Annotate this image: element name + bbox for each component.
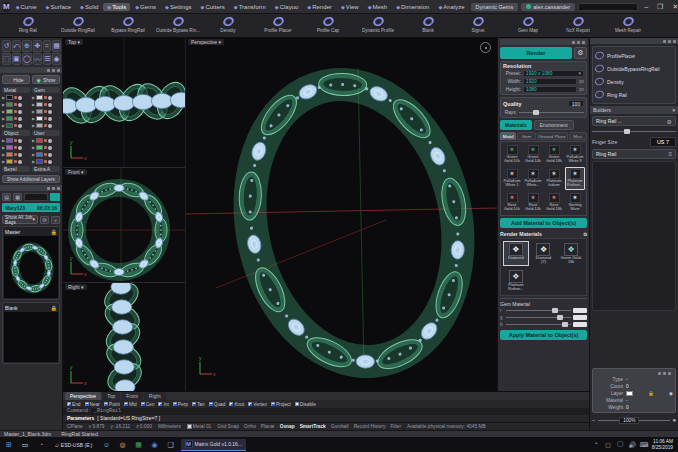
- status-toggle-record-history[interactable]: Record History: [354, 424, 386, 429]
- layer-color-swatch[interactable]: [6, 123, 13, 128]
- visibility-eye-icon[interactable]: [48, 160, 52, 164]
- layer-row[interactable]: ▶: [2, 101, 30, 108]
- status-toggle-planar[interactable]: Planar: [261, 424, 275, 429]
- layer-color-swatch[interactable]: [6, 138, 13, 143]
- expand-arrow-icon[interactable]: ▶: [32, 109, 35, 114]
- metal-material-palladium-white-9[interactable]: ✶Palladium White 9: [565, 143, 585, 166]
- osnap-project[interactable]: Project: [271, 402, 291, 407]
- tray-expand-icon[interactable]: ⌃: [592, 439, 601, 450]
- visibility-eye-icon[interactable]: [18, 139, 22, 143]
- add-material-button[interactable]: Add Material to Object(s): [500, 218, 587, 228]
- jobbag-filter-dropdown[interactable]: Show All Job Bags▾: [2, 215, 38, 224]
- osnap-checkbox[interactable]: [67, 402, 71, 406]
- visibility-eye-icon[interactable]: [48, 117, 52, 121]
- lock-icon[interactable]: [14, 139, 17, 142]
- layer-row[interactable]: ▶: [2, 108, 30, 115]
- job-timer[interactable]: Mary123 00:23:16: [2, 203, 60, 212]
- expand-arrow-icon[interactable]: ▶: [32, 145, 35, 150]
- toolbar-item-profile-cap[interactable]: Profile Cap: [304, 16, 352, 33]
- jobbag-add-icon[interactable]: ＋: [51, 216, 60, 224]
- metal-material-rose-gold-14k[interactable]: ✶Rose Gold-14k: [523, 191, 543, 214]
- finger-size-value[interactable]: US 7: [650, 137, 676, 147]
- visibility-eye-icon[interactable]: [18, 110, 22, 114]
- osnap-cen[interactable]: Cen: [141, 402, 155, 407]
- layer-row[interactable]: ▶: [32, 108, 60, 115]
- render-material-diamond[interactable]: ❖Diamond: [503, 241, 529, 266]
- render-settings-gear-icon[interactable]: ⚙: [574, 47, 587, 59]
- rays-slider[interactable]: [519, 109, 584, 116]
- gem-material-slider[interactable]: [506, 314, 571, 321]
- tab-materials[interactable]: Materials: [500, 120, 532, 130]
- tray-display-icon[interactable]: 🖵: [616, 439, 625, 450]
- palette-tool-icon-1[interactable]: ⤺: [12, 40, 21, 52]
- history-item-profileplacer[interactable]: ProfilePlacer: [595, 49, 673, 62]
- gear-icon[interactable]: ⚙: [667, 118, 672, 125]
- layer-color-swatch[interactable]: [6, 145, 13, 150]
- layer-row[interactable]: ▶: [2, 151, 30, 158]
- osnap-int[interactable]: Int: [158, 402, 168, 407]
- zoom-out-icon[interactable]: −: [592, 417, 596, 423]
- lock-icon[interactable]: 🔒: [51, 229, 57, 235]
- viewport-perspective[interactable]: Perspective ▾ xy: [185, 38, 497, 391]
- menu-item-cutters[interactable]: ◆Cutters: [197, 3, 229, 11]
- palette-tool-icon-3[interactable]: ✥: [33, 40, 42, 52]
- palette-tool-icon-6[interactable]: ⬚: [2, 53, 11, 65]
- layer-row[interactable]: ▶: [2, 94, 30, 101]
- account-button[interactable]: alex.cassander: [521, 3, 575, 11]
- status-toggle-filter[interactable]: Filter: [390, 424, 401, 429]
- menu-item-clayoo[interactable]: ◆Clayoo: [271, 3, 303, 11]
- osnap-checkbox[interactable]: [209, 402, 213, 406]
- material-tab-misc[interactable]: Misc: [569, 132, 587, 140]
- status-toggle-osnap[interactable]: Osnap: [280, 424, 295, 429]
- expand-arrow-icon[interactable]: ▶: [2, 102, 5, 107]
- osnap-checkbox[interactable]: [229, 402, 233, 406]
- lock-icon[interactable]: [44, 139, 47, 142]
- layer-bulb-icon[interactable]: ◉: [669, 391, 673, 396]
- layer-color-swatch[interactable]: [6, 159, 13, 164]
- palette-tool-icon-4[interactable]: ⌗: [43, 40, 51, 52]
- layer-row[interactable]: ▶: [32, 122, 60, 129]
- layer-color-swatch[interactable]: [36, 138, 43, 143]
- command-line[interactable]: Command: _RingRail: [63, 408, 589, 415]
- render-material-diamond-y-[interactable]: ❖Diamond (Y): [531, 241, 557, 266]
- metal-material-palladium-white-1[interactable]: ✶Palladium White 1: [502, 167, 522, 190]
- lock-icon[interactable]: [44, 124, 47, 127]
- visibility-eye-icon[interactable]: [48, 139, 52, 143]
- layer-row[interactable]: ▶: [2, 115, 30, 122]
- layer-row[interactable]: ▶: [2, 137, 30, 144]
- osnap-disable[interactable]: Disable: [295, 402, 316, 407]
- layer-group-label[interactable]: Gem: [32, 87, 60, 93]
- expand-arrow-icon[interactable]: ▶: [2, 159, 5, 164]
- minimize-button[interactable]: –: [641, 3, 651, 10]
- menu-item-render[interactable]: ◆Render: [303, 3, 336, 11]
- show-button[interactable]: ◉Show: [32, 75, 60, 84]
- toolbar-item-ring-rail[interactable]: Ring Rail: [4, 16, 52, 33]
- toolbar-item-profile-placer[interactable]: Profile Placer: [254, 16, 302, 33]
- layer-color-swatch[interactable]: [36, 109, 43, 114]
- osnap-checkbox[interactable]: [295, 402, 299, 406]
- layer-color-swatch[interactable]: [36, 102, 43, 107]
- osnap-checkbox[interactable]: [192, 402, 196, 406]
- jobbag-grid-icon[interactable]: ▦: [13, 193, 22, 201]
- visibility-eye-icon[interactable]: [18, 160, 22, 164]
- jobbag-item-blank[interactable]: Blank🔒: [2, 302, 60, 364]
- viewport-tab-perspective[interactable]: Perspective: [65, 392, 101, 400]
- toolbar-item-mesh-repair[interactable]: Mesh Repair: [604, 16, 652, 33]
- lock-icon[interactable]: [44, 103, 47, 106]
- palette-tool-icon-9[interactable]: 〰: [33, 53, 42, 65]
- lock-icon[interactable]: [44, 117, 47, 120]
- lock-icon[interactable]: [14, 117, 17, 120]
- layer-row[interactable]: ▶: [32, 115, 60, 122]
- preset-dropdown[interactable]: 1920 x 1080▾: [523, 70, 584, 77]
- layer-row[interactable]: ▶: [32, 158, 60, 165]
- show-additional-layers-button[interactable]: Show Additional Layers: [2, 175, 60, 183]
- metal-material-green-gold-18k[interactable]: ✶Green Gold-18k: [544, 143, 564, 166]
- metal-material-palladium-white-[interactable]: ✶Palladium White...: [523, 167, 543, 190]
- osnap-checkbox[interactable]: [158, 402, 162, 406]
- toolbar-item-signet[interactable]: Signet: [454, 16, 502, 33]
- tray-keyboard-icon[interactable]: ⌨: [640, 439, 649, 450]
- layer-color-swatch[interactable]: [6, 102, 13, 107]
- material-tab-metal[interactable]: Metal: [500, 132, 516, 140]
- menu-item-solid[interactable]: ◆Solid: [76, 3, 102, 11]
- layer-group-label[interactable]: Object: [2, 130, 30, 136]
